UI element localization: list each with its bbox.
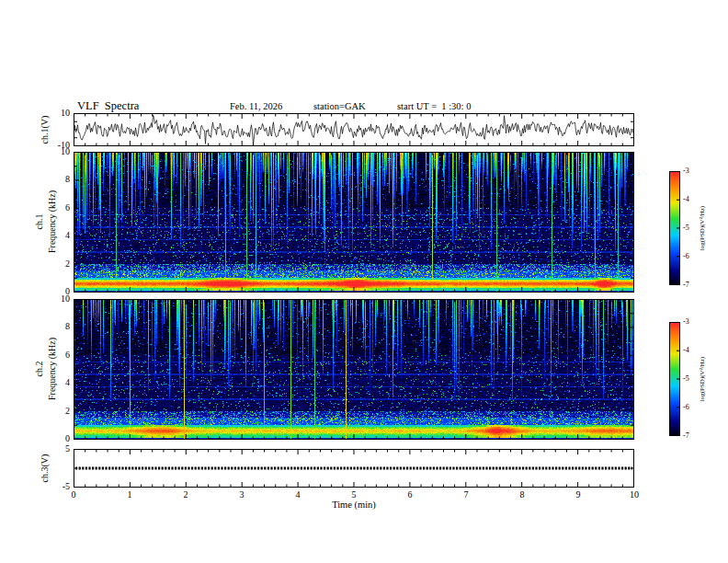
y-tick-label-ch1_spec: 8 — [48, 174, 70, 184]
ch1-waveform-canvas — [74, 113, 634, 146]
x-tick-label: 5 — [352, 489, 357, 500]
colorbar-tick-label: -4 — [683, 346, 689, 354]
x-tick-label: 8 — [520, 489, 525, 500]
x-tick-label: 3 — [240, 489, 245, 500]
y-tick-label-ch2_spec: 0 — [48, 433, 70, 443]
colorbar-ch2-canvas — [669, 322, 680, 436]
colorbar-ch1-label: log(PSD)(V²/Hz) — [699, 206, 706, 250]
x-tick-label: 0 — [72, 489, 76, 500]
ch2-channel-label: ch.2 — [34, 362, 44, 377]
date-label: Feb. 11, 2026 — [230, 101, 282, 111]
ch2-spectrogram-canvas — [74, 299, 634, 440]
x-axis-label: Time (min) — [332, 500, 376, 510]
colorbar-tick-label: -3 — [683, 167, 689, 175]
y-tick-label-ch2_spec: 6 — [48, 350, 70, 360]
colorbar-tick-label: -7 — [683, 431, 689, 440]
start-ut-label: start UT = 1 :30: 0 — [397, 101, 471, 111]
ch3-wave-ytick-bottom: -5 — [48, 481, 70, 491]
ch2-frequency-axis-label: Frequency (kHz) — [47, 338, 57, 400]
ch1-spectrogram-canvas — [74, 152, 634, 293]
y-tick-label-ch1_spec: 6 — [48, 202, 70, 213]
y-tick-label-ch2_spec: 10 — [48, 293, 70, 304]
ch1-channel-label: ch.1 — [34, 214, 44, 230]
y-tick-label-ch2_spec: 2 — [48, 406, 70, 416]
x-tick-label: 2 — [184, 489, 188, 500]
colorbar-ch2-label: log(PSD)(V²/Hz) — [699, 357, 706, 401]
y-tick-label-ch1_spec: 4 — [48, 230, 70, 240]
colorbar-tick-label: -6 — [683, 252, 689, 260]
ch1-wave-ytick-top: 10 — [48, 108, 70, 118]
x-tick-label: 7 — [464, 489, 469, 500]
ch3-wave-ytick-top: 5 — [48, 443, 70, 454]
x-tick-label: 10 — [630, 489, 639, 500]
y-tick-label-ch1_spec: 10 — [48, 146, 70, 156]
colorbar-tick-label: -5 — [683, 224, 689, 232]
vlf-spectra-plot: VLF Spectra Feb. 11, 2026 station=GAK st… — [0, 0, 728, 563]
ch3-waveform-canvas — [74, 449, 634, 488]
plot-title: VLF Spectra — [77, 99, 139, 113]
colorbar-tick-label: -7 — [683, 281, 689, 289]
x-tick-label: 1 — [128, 489, 132, 500]
colorbar-ch1-canvas — [669, 171, 680, 285]
colorbar-tick-label: -4 — [683, 195, 689, 203]
station-label: station=GAK — [313, 101, 366, 111]
colorbar-tick-label: -6 — [683, 403, 689, 411]
y-tick-label-ch2_spec: 8 — [48, 321, 70, 331]
x-tick-label: 4 — [296, 489, 301, 500]
ch1-frequency-axis-label: Frequency (kHz) — [47, 190, 57, 253]
x-tick-label: 9 — [576, 489, 581, 500]
ch3-wave-axis-label: ch.3(V) — [40, 454, 50, 483]
y-tick-label-ch2_spec: 4 — [48, 377, 70, 387]
colorbar-tick-label: -3 — [683, 317, 689, 326]
x-tick-label: 6 — [408, 489, 413, 500]
colorbar-tick-label: -5 — [683, 374, 689, 383]
y-tick-label-ch1_spec: 2 — [48, 259, 70, 269]
